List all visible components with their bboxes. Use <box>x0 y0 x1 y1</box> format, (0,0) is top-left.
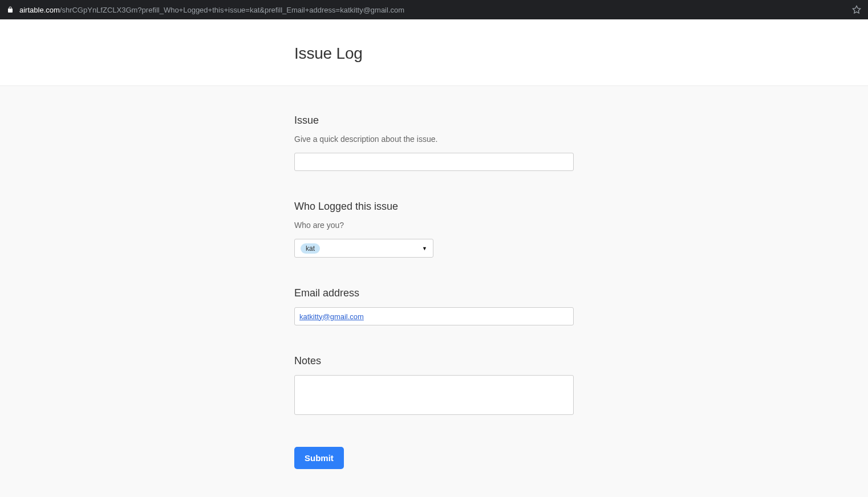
who-label: Who Logged this issue <box>294 201 574 213</box>
who-select[interactable]: kat ▼ <box>294 239 433 258</box>
issue-label: Issue <box>294 115 574 127</box>
url-container[interactable]: airtable.com/shrCGpYnLfZCLX3Gm?prefill_W… <box>7 6 404 14</box>
form-area: Issue Give a quick description about the… <box>0 86 868 497</box>
chevron-down-icon: ▼ <box>422 246 427 251</box>
notes-textarea[interactable] <box>294 375 574 415</box>
notes-field-block: Notes <box>294 355 574 417</box>
issue-help-text: Give a quick description about the issue… <box>294 135 574 144</box>
url-domain: airtable.com <box>19 6 60 14</box>
notes-label: Notes <box>294 355 574 367</box>
who-field-block: Who Logged this issue Who are you? kat ▼ <box>294 201 574 258</box>
lock-icon <box>7 6 14 13</box>
issue-input[interactable] <box>294 153 574 171</box>
email-label: Email address <box>294 287 574 299</box>
url-text: airtable.com/shrCGpYnLfZCLX3Gm?prefill_W… <box>19 6 404 14</box>
email-field-block: Email address katkitty@gmail.com <box>294 287 574 325</box>
page-header: Issue Log <box>0 19 868 86</box>
svg-marker-0 <box>853 6 860 13</box>
bookmark-star-icon[interactable] <box>852 5 861 14</box>
email-input[interactable]: katkitty@gmail.com <box>294 307 574 325</box>
page-title: Issue Log <box>294 44 574 63</box>
email-value-link[interactable]: katkitty@gmail.com <box>299 312 364 321</box>
issue-field-block: Issue Give a quick description about the… <box>294 115 574 171</box>
url-path: /shrCGpYnLfZCLX3Gm?prefill_Who+Logged+th… <box>60 6 404 14</box>
who-selected-pill: kat <box>301 243 320 254</box>
who-help-text: Who are you? <box>294 221 574 230</box>
submit-button[interactable]: Submit <box>294 447 344 469</box>
browser-address-bar: airtable.com/shrCGpYnLfZCLX3Gm?prefill_W… <box>0 0 868 19</box>
